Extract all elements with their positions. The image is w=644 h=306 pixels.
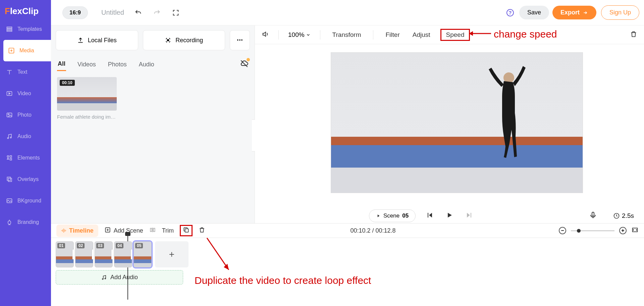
recording-button[interactable]: Recording bbox=[143, 30, 225, 50]
save-button[interactable]: Save bbox=[519, 6, 549, 19]
scene-num: 01 bbox=[57, 243, 65, 248]
scene-02[interactable]: 02 bbox=[75, 241, 93, 267]
sidebar-item-templates[interactable]: Templates bbox=[0, 18, 51, 40]
scene-03[interactable]: 03 bbox=[95, 241, 113, 267]
tab-audio[interactable]: Audio bbox=[138, 58, 155, 71]
scene-num: 04 bbox=[116, 243, 123, 248]
media-icon bbox=[8, 47, 15, 54]
mic-icon[interactable] bbox=[589, 211, 597, 221]
local-files-label: Local Files bbox=[88, 37, 117, 44]
recording-label: Recording bbox=[175, 37, 203, 44]
help-icon[interactable]: ? bbox=[506, 9, 514, 16]
scene-05[interactable]: 05 bbox=[133, 241, 152, 267]
sidebar-item-label: Overlays bbox=[17, 176, 39, 182]
delete-icon[interactable] bbox=[630, 30, 637, 39]
sidebar-item-elements[interactable]: Elements bbox=[0, 147, 51, 169]
trim-button[interactable]: Trim bbox=[162, 227, 174, 234]
branding-icon bbox=[6, 219, 13, 226]
local-files-button[interactable]: Local Files bbox=[56, 30, 138, 50]
scene-04[interactable]: 04 bbox=[114, 241, 132, 267]
more-button[interactable]: ··· bbox=[230, 30, 250, 50]
next-scene-icon[interactable] bbox=[465, 211, 473, 221]
svg-point-9 bbox=[7, 156, 9, 157]
adjust-button[interactable]: Adjust bbox=[410, 29, 433, 41]
sidebar-item-label: Elements bbox=[17, 155, 40, 161]
undo-icon[interactable] bbox=[133, 8, 143, 17]
thumb-image: 00:10 bbox=[57, 77, 117, 111]
svg-rect-12 bbox=[8, 178, 12, 182]
cloud-off-icon[interactable] bbox=[240, 59, 249, 69]
speed-button[interactable]: Speed bbox=[440, 29, 470, 41]
media-thumb[interactable]: 00:10 Female athlete doing im… bbox=[57, 77, 117, 120]
redo-icon[interactable] bbox=[152, 8, 162, 17]
annotation-arrow-2 bbox=[205, 236, 232, 274]
sidebar-item-video[interactable]: Video bbox=[0, 83, 51, 104]
timeline-tracks: 01 02 03 04 05 + Add Audio bbox=[51, 238, 644, 306]
project-title[interactable]: Untitled bbox=[101, 9, 124, 16]
svg-rect-20 bbox=[153, 228, 155, 232]
plus-icon bbox=[104, 227, 111, 235]
add-audio-track[interactable]: Add Audio bbox=[56, 270, 183, 285]
add-scene-tile[interactable]: + bbox=[155, 241, 189, 267]
sidebar-item-text[interactable]: Text bbox=[0, 61, 51, 83]
aspect-ratio[interactable]: 16:9 bbox=[62, 6, 88, 19]
svg-rect-21 bbox=[185, 229, 189, 232]
tab-photos[interactable]: Photos bbox=[107, 58, 127, 71]
zoom-slider[interactable] bbox=[571, 230, 614, 231]
video-preview[interactable] bbox=[331, 52, 583, 193]
duplicate-icon bbox=[183, 229, 190, 234]
scene-word: Scene bbox=[383, 212, 399, 219]
sidebar-item-label: BKground bbox=[17, 198, 41, 204]
export-button[interactable]: Export bbox=[552, 6, 596, 19]
preview-area: Scene 05 2.5s bbox=[255, 44, 644, 223]
scene-indicator[interactable]: Scene 05 bbox=[369, 209, 416, 222]
signup-button[interactable]: Sign Up bbox=[601, 5, 639, 20]
timeline-bar: Timeline Add Scene Trim 00:10.2 / 00:12.… bbox=[51, 223, 644, 238]
add-audio-label: Add Audio bbox=[110, 274, 138, 281]
svg-point-7 bbox=[7, 137, 8, 138]
gymnast-figure bbox=[485, 59, 526, 160]
transform-button[interactable]: Transform bbox=[330, 29, 364, 41]
tab-videos[interactable]: Videos bbox=[77, 58, 97, 71]
sidebar-item-photo[interactable]: Photo bbox=[0, 104, 51, 126]
elements-icon bbox=[6, 155, 13, 161]
zoom-fit-icon[interactable] bbox=[631, 226, 639, 235]
sidebar-item-label: Branding bbox=[17, 219, 39, 225]
sidebar-item-overlays[interactable]: Overlays bbox=[0, 169, 51, 190]
play-icon[interactable] bbox=[445, 211, 453, 221]
add-scene-button[interactable]: Add Scene bbox=[104, 227, 143, 235]
timeline-button[interactable]: Timeline bbox=[56, 225, 98, 237]
split-icon[interactable] bbox=[149, 227, 156, 235]
svg-rect-16 bbox=[592, 212, 594, 216]
svg-rect-0 bbox=[7, 27, 12, 28]
time-position: 00:10.2 / 00:12.8 bbox=[350, 227, 395, 234]
zoom-out-icon[interactable]: − bbox=[559, 227, 566, 234]
svg-point-6 bbox=[8, 114, 9, 115]
sidebar-item-label: Video bbox=[17, 90, 31, 97]
filter-button[interactable]: Filter bbox=[383, 29, 402, 41]
sidebar-item-media[interactable]: Media bbox=[3, 40, 51, 61]
scene-01[interactable]: 01 bbox=[56, 241, 74, 267]
trash-icon[interactable] bbox=[199, 227, 205, 235]
svg-rect-10 bbox=[10, 156, 12, 157]
svg-point-8 bbox=[10, 137, 11, 138]
logo-f: F bbox=[5, 6, 10, 16]
overlays-icon bbox=[6, 176, 13, 183]
scene-num: 05 bbox=[135, 243, 143, 248]
sidebar-item-audio[interactable]: Audio bbox=[0, 126, 51, 147]
zoom-in-icon[interactable]: + bbox=[619, 227, 627, 234]
sidebar-item-bkground[interactable]: BKground bbox=[0, 190, 51, 211]
sidebar-item-branding[interactable]: Branding bbox=[0, 211, 51, 233]
logo-rest: lexClip bbox=[10, 6, 39, 16]
sidebar: FlexClip Templates Media Text Video Phot… bbox=[0, 0, 51, 306]
fullscreen-icon[interactable] bbox=[171, 8, 180, 17]
duplicate-button[interactable] bbox=[180, 225, 193, 236]
tab-all[interactable]: All bbox=[57, 58, 66, 71]
prev-scene-icon[interactable] bbox=[426, 211, 434, 221]
text-icon bbox=[6, 69, 13, 75]
thumb-duration: 00:10 bbox=[60, 80, 75, 86]
volume-icon[interactable] bbox=[262, 30, 269, 39]
topbar: 16:9 Untitled ? Save Export Sign Up bbox=[51, 0, 644, 25]
sidebar-item-label: Audio bbox=[17, 133, 31, 139]
zoom-level[interactable]: 100% bbox=[288, 31, 311, 39]
